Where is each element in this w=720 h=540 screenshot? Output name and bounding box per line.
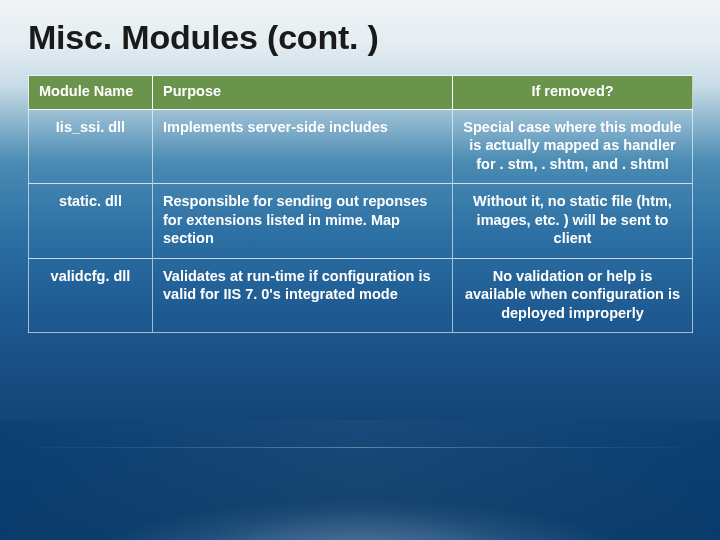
cell-purpose: Responsible for sending out reponses for… <box>153 184 453 259</box>
cell-if-removed: Without it, no static file (htm, images,… <box>453 184 693 259</box>
cell-purpose: Implements server-side includes <box>153 109 453 184</box>
table-header: Module Name Purpose If removed? <box>29 76 693 110</box>
page-title: Misc. Modules (cont. ) <box>28 18 692 57</box>
table-row: Iis_ssi. dll Implements server-side incl… <box>29 109 693 184</box>
modules-table: Module Name Purpose If removed? Iis_ssi.… <box>28 75 693 333</box>
table-row: static. dll Responsible for sending out … <box>29 184 693 259</box>
cell-purpose: Validates at run-time if configuration i… <box>153 258 453 333</box>
col-header-purpose: Purpose <box>153 76 453 110</box>
title-wrap: Misc. Modules (cont. ) <box>28 18 692 57</box>
cell-module-name: validcfg. dll <box>29 258 153 333</box>
cell-module-name: static. dll <box>29 184 153 259</box>
table-row: validcfg. dll Validates at run-time if c… <box>29 258 693 333</box>
cell-if-removed: Special case where this module is actual… <box>453 109 693 184</box>
col-header-module-name: Module Name <box>29 76 153 110</box>
col-header-if-removed: If removed? <box>453 76 693 110</box>
cell-if-removed: No validation or help is available when … <box>453 258 693 333</box>
cell-module-name: Iis_ssi. dll <box>29 109 153 184</box>
slide: Misc. Modules (cont. ) Module Name Purpo… <box>0 0 720 540</box>
